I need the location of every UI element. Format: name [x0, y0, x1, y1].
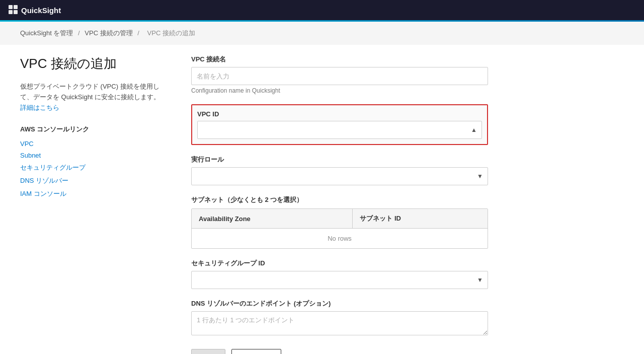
breadcrumb: QuickSight を管理 / VPC 接続の管理 / VPC 接続の追加 — [0, 22, 644, 45]
app-name: QuickSight — [21, 6, 61, 15]
svg-rect-3 — [14, 10, 18, 14]
vpc-name-hint: Configuration name in Quicksight — [191, 87, 488, 94]
vpc-id-container: VPC ID ▲ — [191, 104, 488, 145]
execution-role-select-wrapper: ▼ — [191, 167, 488, 185]
breadcrumb-sep-1: / — [78, 29, 82, 37]
left-panel: VPC 接続の追加 仮想プライベートクラウド (VPC) 接続を使用して、データ… — [20, 45, 161, 354]
link-vpc[interactable]: VPC — [20, 140, 161, 148]
vpc-id-select[interactable] — [197, 121, 482, 139]
security-group-label: セキュリティグループ ID — [191, 259, 488, 268]
breadcrumb-item-1[interactable]: QuickSight を管理 — [20, 29, 73, 37]
subnet-table: Availability Zone サブネット ID No rows — [192, 209, 488, 248]
subnet-table-container: Availability Zone サブネット ID No rows — [191, 208, 488, 249]
vpc-id-select-wrapper: ▲ — [197, 121, 482, 139]
app-logo: QuickSight — [8, 5, 61, 16]
dns-textarea[interactable] — [191, 311, 488, 335]
dns-group: DNS リゾルバーのエンドポイント (オプション) — [191, 299, 488, 337]
subnet-group: サブネット（少なくとも 2 つを選択） Availability Zone サブ… — [191, 195, 488, 249]
cancel-button[interactable]: CANCEL — [231, 349, 281, 354]
subnet-col-az: Availability Zone — [192, 209, 353, 229]
breadcrumb-sep-2: / — [137, 29, 141, 37]
subnet-label: サブネット（少なくとも 2 つを選択） — [191, 195, 488, 204]
breadcrumb-item-2[interactable]: VPC 接続の管理 — [85, 29, 132, 37]
vpc-name-input[interactable] — [191, 67, 488, 85]
description: 仮想プライベートクラウド (VPC) 接続を使用して、データを QuickSig… — [20, 82, 161, 113]
svg-rect-2 — [9, 10, 13, 14]
dns-label: DNS リゾルバーのエンドポイント (オプション) — [191, 299, 488, 308]
security-group-group: セキュリティグループ ID ▼ — [191, 259, 488, 289]
subnet-no-rows: No rows — [192, 229, 488, 249]
execution-role-select[interactable] — [191, 167, 488, 185]
page-title: VPC 接続の追加 — [20, 55, 161, 73]
logo-icon — [8, 5, 18, 16]
subnet-no-rows-row: No rows — [192, 229, 488, 249]
execution-role-group: 実行ロール ▼ — [191, 155, 488, 185]
aws-console-label: AWS コンソールリンク — [20, 125, 161, 134]
button-row: 追加 CANCEL — [191, 349, 488, 354]
detail-link[interactable]: 詳細はこちら — [20, 104, 59, 111]
vpc-name-label: VPC 接続名 — [191, 55, 488, 64]
subnet-col-id: サブネット ID — [353, 209, 488, 229]
add-button[interactable]: 追加 — [191, 349, 225, 354]
breadcrumb-item-3: VPC 接続の追加 — [147, 29, 195, 37]
link-security-group[interactable]: セキュリティグループ — [20, 163, 161, 172]
vpc-name-group: VPC 接続名 Configuration name in Quicksight — [191, 55, 488, 94]
link-iam-console[interactable]: IAM コンソール — [20, 189, 161, 198]
svg-rect-0 — [9, 5, 13, 9]
execution-role-label: 実行ロール — [191, 155, 488, 164]
aws-links: VPC Subnet セキュリティグループ DNS リゾルバー IAM コンソー… — [20, 140, 161, 198]
main-container: VPC 接続の追加 仮想プライベートクラウド (VPC) 接続を使用して、データ… — [0, 45, 644, 354]
vpc-id-label: VPC ID — [197, 110, 482, 118]
subnet-table-header-row: Availability Zone サブネット ID — [192, 209, 488, 229]
security-group-select-wrapper: ▼ — [191, 271, 488, 289]
link-subnet[interactable]: Subnet — [20, 152, 161, 159]
link-dns-resolver[interactable]: DNS リゾルバー — [20, 176, 161, 185]
svg-rect-1 — [14, 5, 18, 9]
description-text: 仮想プライベートクラウド (VPC) 接続を使用して、データを QuickSig… — [20, 83, 160, 101]
security-group-select[interactable] — [191, 271, 488, 289]
topbar: QuickSight — [0, 0, 644, 20]
right-panel: VPC 接続名 Configuration name in Quicksight… — [191, 45, 488, 354]
